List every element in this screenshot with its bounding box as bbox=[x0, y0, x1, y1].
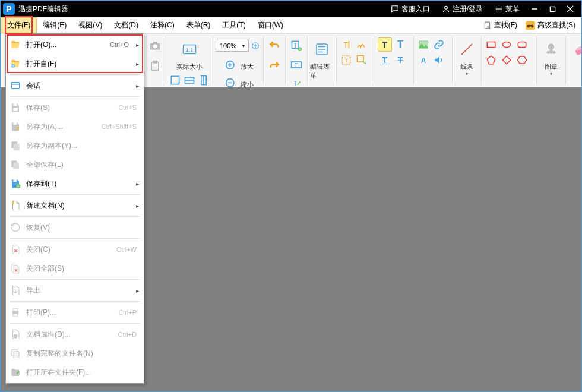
attachment-button[interactable]: A bbox=[416, 53, 431, 67]
stamp-label: 图章 bbox=[545, 62, 558, 71]
menu-copy-full-name[interactable]: 复制完整的文件名(N) bbox=[6, 344, 144, 363]
svg-rect-88 bbox=[14, 352, 19, 358]
zoom-combo[interactable]: 100%▾ bbox=[216, 40, 249, 52]
menu-session[interactable]: 会话 ▸ bbox=[6, 76, 144, 95]
hexagon-button[interactable] bbox=[515, 53, 529, 67]
ribbon-group-eraser bbox=[566, 36, 582, 84]
form-icon bbox=[315, 42, 329, 56]
rect-shape-button[interactable] bbox=[484, 37, 498, 52]
svg-rect-79 bbox=[13, 179, 17, 182]
close-icon bbox=[567, 5, 574, 12]
menu-open-from[interactable]: 打开自(F) ▸ bbox=[6, 54, 144, 73]
text-box-button[interactable]: T bbox=[339, 53, 353, 67]
menu-save-as-copy[interactable]: 另存为副本(Y)... bbox=[6, 136, 144, 155]
undo-button[interactable] bbox=[266, 37, 283, 54]
main-menu-button[interactable]: 菜单 bbox=[489, 1, 526, 17]
svg-text:+: + bbox=[299, 47, 301, 51]
menu-document[interactable]: 文档(D) bbox=[108, 17, 144, 33]
actual-size-button[interactable]: 1:1 bbox=[178, 37, 201, 61]
menu-save-to[interactable]: 保存到(T) ▸ bbox=[6, 174, 144, 193]
menu-open-folder[interactable]: 打开所在文件夹(F)... bbox=[6, 363, 144, 382]
menu-file[interactable]: 文件(F) bbox=[1, 17, 37, 33]
menu-save-all[interactable]: 全部保存(L) bbox=[6, 155, 144, 174]
maximize-button[interactable] bbox=[543, 1, 561, 17]
fit-height-icon bbox=[198, 74, 210, 86]
edit-text-button[interactable] bbox=[355, 53, 369, 67]
svg-text:A: A bbox=[421, 56, 426, 65]
link-icon bbox=[434, 39, 444, 50]
chevron-down-icon: ▾ bbox=[550, 71, 552, 77]
menu-window[interactable]: 窗口(W) bbox=[252, 17, 289, 33]
separator bbox=[10, 279, 140, 280]
rounded-rect-button[interactable] bbox=[515, 37, 529, 52]
folder-web-icon bbox=[10, 58, 21, 69]
strikethrough-button[interactable]: T bbox=[393, 53, 407, 67]
separator bbox=[10, 96, 140, 97]
zoom-dropdown-button[interactable] bbox=[250, 37, 261, 54]
polygon-button[interactable] bbox=[484, 53, 498, 67]
clipboard-button[interactable] bbox=[147, 58, 163, 74]
diamond-button[interactable] bbox=[499, 53, 514, 67]
menu-edit[interactable]: 编辑(E) bbox=[37, 17, 72, 33]
revert-icon bbox=[10, 222, 21, 233]
menu-new-document[interactable]: 新建文档(N) ▸ bbox=[6, 196, 144, 215]
menu-save[interactable]: 保存(S) Ctrl+S bbox=[6, 98, 144, 117]
close-window-button[interactable] bbox=[561, 1, 579, 17]
text-t-icon: T bbox=[382, 40, 388, 49]
chevron-right-icon: ▸ bbox=[136, 287, 139, 294]
redo-button[interactable] bbox=[266, 58, 283, 74]
menu-save-as[interactable]: 另存为(A)... Ctrl+Shift+S bbox=[6, 117, 144, 136]
underline-button[interactable]: T bbox=[378, 53, 392, 67]
svg-point-56 bbox=[502, 42, 511, 48]
menu-doc-props[interactable]: i 文档属性(D)... Ctrl+D bbox=[6, 325, 144, 344]
svg-text:T: T bbox=[293, 42, 297, 49]
svg-text:T: T bbox=[344, 58, 348, 64]
menu-comment[interactable]: 注释(C) bbox=[144, 17, 181, 33]
svg-rect-84 bbox=[13, 314, 18, 317]
fit-width-button[interactable] bbox=[183, 74, 196, 87]
ribbon-group-history bbox=[264, 36, 286, 84]
menu-export[interactable]: 导出 ▸ bbox=[6, 281, 144, 300]
eraser-button[interactable] bbox=[568, 37, 582, 61]
ellipse-icon bbox=[501, 39, 512, 50]
separator bbox=[10, 238, 140, 239]
image-button[interactable] bbox=[416, 37, 431, 52]
menu-view[interactable]: 视图(V) bbox=[72, 17, 108, 33]
advanced-find-button[interactable]: 高级查找(S) bbox=[522, 19, 579, 31]
link-button[interactable] bbox=[432, 37, 446, 52]
add-text-button[interactable]: T+ bbox=[288, 37, 305, 54]
svg-rect-75 bbox=[13, 108, 18, 111]
zoom-in-button[interactable] bbox=[223, 58, 239, 74]
minimize-button[interactable] bbox=[526, 1, 543, 17]
menu-form[interactable]: 表单(R) bbox=[181, 17, 217, 33]
menu-close[interactable]: 关闭(C) Ctrl+W bbox=[6, 240, 144, 259]
ellipse-shape-button[interactable] bbox=[499, 37, 514, 52]
fit-page-button[interactable] bbox=[169, 74, 182, 87]
chat-icon bbox=[391, 5, 399, 13]
menu-close-all[interactable]: 关闭全部(S) bbox=[6, 259, 144, 278]
line-tool-button[interactable] bbox=[455, 37, 479, 61]
zoom-in-label: 放大 bbox=[241, 62, 254, 71]
text-cursor-button[interactable]: T bbox=[339, 37, 353, 52]
signature-button[interactable] bbox=[355, 37, 369, 52]
document-search-icon bbox=[483, 21, 492, 30]
sound-button[interactable] bbox=[432, 53, 446, 67]
login-button[interactable]: 注册/登录 bbox=[436, 1, 489, 17]
lines-label: 线条 bbox=[460, 62, 473, 71]
highlight-text-button[interactable]: T bbox=[378, 37, 392, 52]
separator bbox=[10, 74, 140, 75]
menu-open[interactable]: 打开(O)... Ctrl+O ▸ bbox=[6, 35, 144, 54]
menu-tools[interactable]: 工具(T) bbox=[216, 17, 251, 33]
text-field-button[interactable]: T bbox=[288, 56, 305, 73]
customer-service-button[interactable]: 客服入口 bbox=[385, 1, 436, 17]
bold-text-button[interactable]: T bbox=[393, 37, 407, 52]
edit-form-button[interactable] bbox=[310, 37, 334, 61]
find-button[interactable]: 查找(F) bbox=[480, 19, 521, 31]
camera-icon bbox=[149, 40, 161, 52]
save-to-icon bbox=[10, 178, 21, 189]
snapshot-button[interactable] bbox=[147, 37, 163, 54]
fit-height-button[interactable] bbox=[197, 74, 210, 87]
menu-print[interactable]: 打印(P)... Ctrl+P bbox=[6, 303, 144, 322]
stamp-button[interactable] bbox=[539, 37, 563, 61]
menu-revert[interactable]: 恢复(V) bbox=[6, 218, 144, 237]
